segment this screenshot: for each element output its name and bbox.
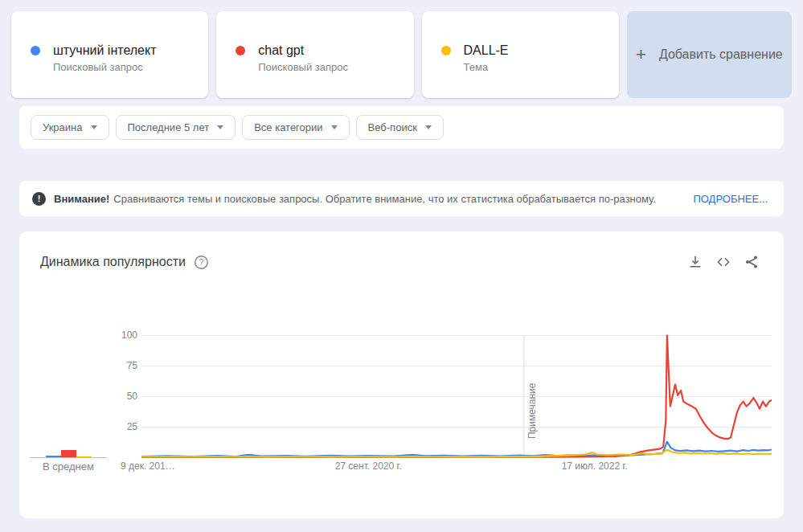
average-bar	[46, 456, 61, 457]
svg-text:?: ?	[199, 258, 204, 267]
add-comparison-label: Добавить сравнение	[659, 47, 783, 62]
chevron-down-icon	[331, 125, 338, 129]
y-tick-label: 50	[105, 391, 137, 402]
filter-category-dropdown[interactable]: Все категории	[242, 115, 349, 140]
embed-button[interactable]	[715, 254, 731, 270]
comparison-card-2[interactable]: chat gpt Поисковый запрос	[216, 11, 413, 98]
series-color-dot-red	[236, 46, 245, 55]
y-tick-label: 25	[105, 421, 137, 432]
chevron-down-icon	[91, 125, 97, 129]
download-icon	[687, 254, 703, 270]
chart-title: Динамика популярности	[40, 255, 186, 269]
comparison-card-1[interactable]: штучний інтелект Поисковый запрос	[11, 11, 208, 98]
embed-code-icon	[715, 254, 731, 270]
download-button[interactable]	[687, 254, 703, 270]
average-label: В среднем	[30, 460, 107, 473]
average-bar	[76, 456, 92, 457]
exclamation-circle-icon: !	[32, 192, 46, 206]
filter-region-dropdown[interactable]: Украина	[31, 115, 109, 140]
notice-bar: ! Внимание! Сравниваются темы и поисковы…	[19, 181, 784, 216]
series-color-dot-yellow	[441, 46, 451, 55]
filter-bar: Украина Последние 5 лет Все категории Ве…	[19, 106, 784, 149]
filter-timerange-dropdown[interactable]: Последние 5 лет	[116, 115, 236, 140]
average-baseline	[30, 457, 107, 458]
trend-line-chart[interactable]	[141, 334, 772, 459]
term-type: Поисковый запрос	[53, 61, 156, 73]
notice-title: Внимание!	[54, 193, 109, 205]
filter-timerange-value: Последние 5 лет	[128, 121, 210, 133]
notice-text: Сравниваются темы и поисковые запросы. О…	[113, 193, 656, 205]
chevron-down-icon	[217, 125, 223, 129]
notice-details-link[interactable]: ПОДРОБНЕЕ...	[693, 193, 768, 205]
average-bar	[61, 450, 76, 457]
chart-header: Динамика популярности ?	[19, 231, 784, 270]
filter-searchtype-value: Веб-поиск	[368, 121, 417, 133]
add-comparison-button[interactable]: + Добавить сравнение	[627, 11, 792, 98]
interest-over-time-card: Динамика популярности ?	[19, 231, 784, 518]
term-type: Тема	[464, 61, 509, 73]
note-annotation-label: Примечание	[526, 365, 538, 439]
term-label: DALL-E	[464, 42, 509, 59]
comparison-cards-row: штучний інтелект Поисковый запрос chat g…	[11, 11, 792, 98]
filter-searchtype-dropdown[interactable]: Веб-поиск	[356, 115, 444, 140]
share-button[interactable]	[744, 254, 760, 270]
plus-icon: +	[636, 44, 646, 65]
y-tick-label: 75	[105, 360, 137, 371]
x-tick-label: 27 сент. 2020 г.	[335, 460, 402, 472]
chart-actions	[687, 254, 760, 270]
average-mini-chart[interactable]	[30, 425, 107, 458]
term-label: штучний інтелект	[53, 42, 156, 59]
comparison-card-3[interactable]: DALL-E Тема	[422, 11, 619, 98]
chevron-down-icon	[425, 125, 432, 129]
filter-region-value: Украина	[43, 121, 83, 133]
x-tick-label: 9 дек. 201…	[121, 460, 175, 472]
term-label: chat gpt	[258, 42, 348, 59]
series-color-dot-blue	[31, 46, 40, 55]
y-tick-label: 100	[105, 329, 137, 341]
x-tick-label: 17 июл. 2022 г.	[562, 460, 628, 472]
filter-category-value: Все категории	[254, 121, 322, 133]
share-icon	[744, 254, 760, 270]
help-icon[interactable]: ?	[194, 255, 209, 270]
term-type: Поисковый запрос	[258, 61, 348, 73]
